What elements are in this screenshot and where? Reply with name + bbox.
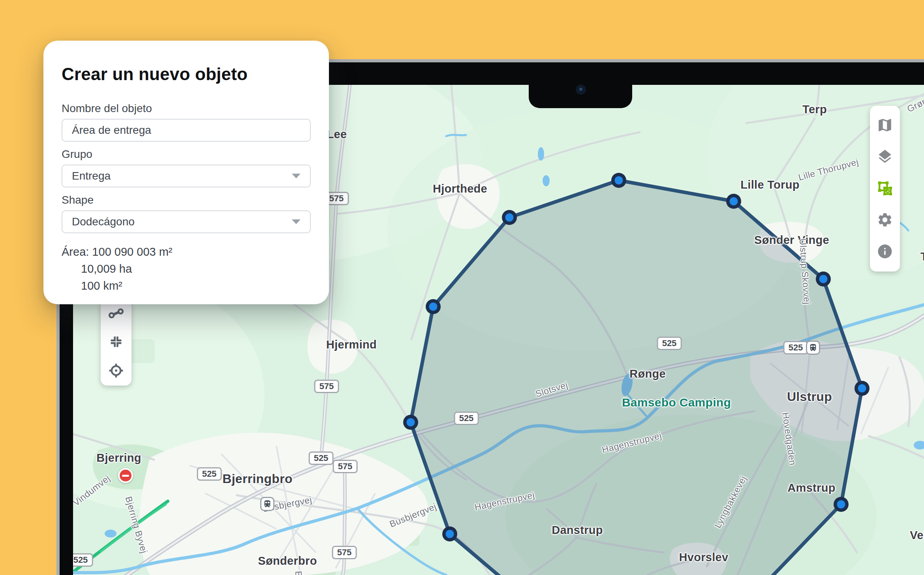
map-town-label: Lee bbox=[327, 128, 347, 141]
road-shield: 525 bbox=[783, 341, 808, 354]
map-town-label: Rønge bbox=[629, 367, 666, 380]
map-right-toolbar bbox=[870, 106, 900, 272]
road-shield: 575 bbox=[332, 546, 357, 559]
road-closure-icon bbox=[118, 468, 133, 483]
map-town-label: Bjerring bbox=[96, 451, 141, 464]
road-shield: 525 bbox=[454, 412, 479, 425]
road-shield: 525 bbox=[309, 451, 334, 465]
layers-icon bbox=[877, 148, 893, 166]
measure-button[interactable] bbox=[107, 305, 125, 323]
map-left-toolbar bbox=[101, 299, 131, 386]
webcam-icon bbox=[576, 84, 586, 95]
draw-polygon-button[interactable] bbox=[876, 180, 894, 198]
road-shield: 525 bbox=[197, 467, 222, 481]
shape-select-value: Dodecágono bbox=[72, 215, 135, 228]
info-icon bbox=[877, 243, 893, 261]
area-line-km2: 100 km² bbox=[62, 277, 311, 294]
map-town-label: Hjermind bbox=[326, 338, 377, 351]
settings-button[interactable] bbox=[876, 211, 894, 229]
basemap-button[interactable] bbox=[876, 116, 894, 135]
map-road-label: Lyngbakkevej bbox=[712, 474, 749, 530]
map-town-label: Sønderbro bbox=[258, 554, 317, 568]
measure-icon bbox=[108, 305, 124, 323]
draw-polygon-icon bbox=[876, 180, 894, 198]
info-button[interactable] bbox=[876, 243, 894, 261]
map-town-label: Ulstrup bbox=[787, 390, 832, 404]
settings-icon bbox=[877, 212, 893, 229]
map-road-label: Hovedgaden bbox=[780, 412, 798, 466]
map-town-label: Amstrup bbox=[787, 481, 835, 494]
chevron-down-icon bbox=[292, 174, 300, 178]
map-town-label: Velle bbox=[910, 529, 924, 542]
create-object-dialog: Crear un nuevo objeto Nombre del objeto … bbox=[43, 41, 329, 304]
train-station-icon bbox=[260, 497, 274, 511]
road-shield: 525 bbox=[657, 337, 682, 350]
map-town-label: Sønder Vinge bbox=[754, 234, 829, 247]
map-town-label: Lille Torup bbox=[740, 178, 799, 191]
map-icon bbox=[877, 117, 893, 135]
area-readout: Área: 100 090 003 m² 10,009 ha 100 km² bbox=[62, 243, 311, 294]
laptop-notch bbox=[529, 62, 632, 108]
map-road-label: Grønhøjvej bbox=[905, 85, 924, 114]
map-road-label: Vindumvej bbox=[73, 473, 112, 508]
locate-icon bbox=[107, 362, 125, 380]
shape-select[interactable]: Dodecágono bbox=[62, 210, 311, 233]
map-road-label: Bjerring Byvej bbox=[123, 495, 150, 555]
map-town-label: Hvorslev bbox=[679, 551, 729, 564]
group-field-label: Grupo bbox=[62, 148, 311, 161]
area-line-ha: 10,009 ha bbox=[62, 260, 311, 277]
group-select-value: Entrega bbox=[72, 170, 111, 182]
chevron-down-icon bbox=[292, 219, 300, 224]
road-shield: 575 bbox=[333, 460, 358, 473]
road-shield: 575 bbox=[314, 380, 339, 393]
map-poi-label: Bamsebo Camping bbox=[622, 396, 731, 409]
map-road-label: Hagenstrupvej bbox=[601, 430, 663, 455]
name-field-label: Nombre del objeto bbox=[62, 102, 311, 115]
map-town-label: Hjorthede bbox=[433, 182, 487, 195]
locate-button[interactable] bbox=[107, 362, 125, 380]
shape-field-label: Shape bbox=[62, 194, 311, 206]
object-name-value: Área de entrega bbox=[72, 124, 151, 137]
road-shield: 525 bbox=[73, 553, 93, 567]
object-name-input[interactable]: Área de entrega bbox=[62, 119, 311, 142]
map-town-label: Bjerringbro bbox=[222, 472, 293, 486]
dialog-title: Crear un nuevo objeto bbox=[62, 64, 311, 84]
area-line-m2: Área: 100 090 003 m² bbox=[62, 243, 311, 260]
map-road-label: Busbjergvej bbox=[388, 501, 438, 530]
train-station-icon bbox=[806, 341, 820, 355]
map-road-label: Slotsvej bbox=[534, 380, 569, 400]
map-road-label: Lille Thorupvej bbox=[797, 157, 860, 183]
group-select[interactable]: Entrega bbox=[62, 165, 311, 187]
map-road-label: Hagenstrupvej bbox=[473, 490, 535, 513]
map-town-label: To bbox=[920, 250, 924, 263]
fit-bounds-button[interactable] bbox=[107, 333, 125, 352]
layers-button[interactable] bbox=[876, 148, 894, 166]
map-road-label: Brogade bbox=[293, 571, 305, 575]
map-road-label: Ulstrup Skovvej bbox=[797, 238, 813, 305]
map-town-label: Danstrup bbox=[552, 524, 603, 537]
map-town-label: Terp bbox=[802, 103, 827, 116]
fit-bounds-icon bbox=[108, 334, 124, 351]
